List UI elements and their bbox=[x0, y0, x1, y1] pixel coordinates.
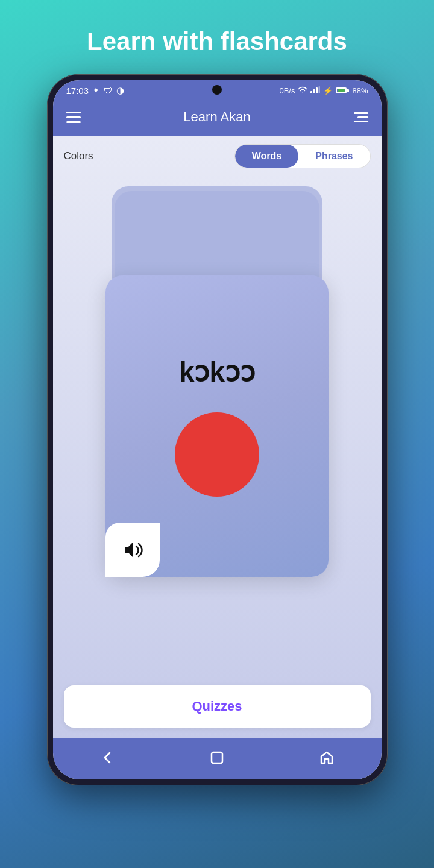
home-button[interactable] bbox=[206, 747, 228, 769]
shield-icon: 🛡 bbox=[104, 86, 113, 96]
svg-rect-4 bbox=[212, 752, 222, 763]
phone-frame: 17:03 ✦ 🛡 ◑ 0B/s bbox=[47, 74, 388, 785]
battery-indicator bbox=[336, 87, 349, 93]
flashcard-area: kɔkɔɔ bbox=[64, 180, 371, 672]
svg-rect-2 bbox=[316, 87, 318, 93]
main-content: Colors Words Phrases kɔkɔɔ bbox=[53, 136, 382, 738]
tab-container: Words Phrases bbox=[234, 144, 371, 168]
quiz-button[interactable]: Quizzes bbox=[64, 685, 371, 728]
bottom-nav bbox=[53, 738, 382, 779]
flashcard-word: kɔkɔɔ bbox=[179, 356, 255, 388]
moon-icon: ◑ bbox=[116, 85, 124, 96]
category-label: Colors bbox=[64, 150, 93, 162]
signal-bars-icon bbox=[310, 86, 320, 95]
hamburger-menu-button[interactable] bbox=[66, 112, 81, 123]
svg-rect-0 bbox=[310, 91, 312, 93]
status-time: 17:03 bbox=[66, 86, 89, 96]
signal-icon: ✦ bbox=[92, 85, 100, 96]
tab-bar: Colors Words Phrases bbox=[64, 136, 371, 174]
color-circle bbox=[175, 412, 259, 497]
volume-icon bbox=[121, 538, 145, 562]
svg-rect-3 bbox=[319, 86, 321, 93]
page-title: Learn with flashcards bbox=[87, 27, 347, 56]
svg-rect-1 bbox=[313, 89, 315, 93]
flashcard-front[interactable]: kɔkɔɔ bbox=[105, 275, 329, 577]
top-nav: Learn Akan bbox=[53, 101, 382, 136]
battery-percent: 88% bbox=[352, 86, 368, 95]
wifi-icon bbox=[298, 86, 307, 95]
camera-notch bbox=[212, 85, 222, 95]
words-tab[interactable]: Words bbox=[235, 145, 298, 168]
sound-button[interactable] bbox=[105, 523, 160, 577]
phone-screen: 17:03 ✦ 🛡 ◑ 0B/s bbox=[53, 80, 382, 779]
data-speed: 0B/s bbox=[279, 86, 295, 95]
phrases-tab[interactable]: Phrases bbox=[298, 145, 370, 168]
filter-button[interactable] bbox=[354, 112, 368, 122]
back-button[interactable] bbox=[96, 747, 118, 769]
charging-icon: ⚡ bbox=[323, 86, 333, 95]
square-button[interactable] bbox=[316, 747, 338, 769]
nav-title: Learn Akan bbox=[183, 109, 250, 125]
